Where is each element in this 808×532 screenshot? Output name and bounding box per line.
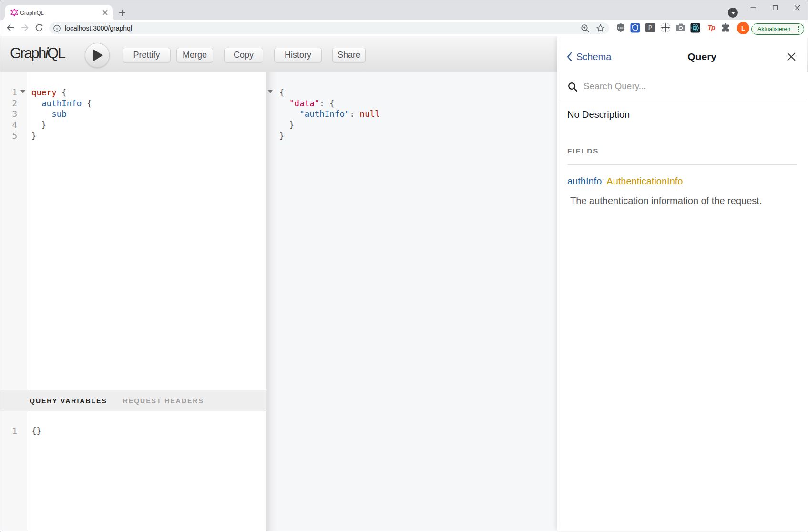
- chevron-down-icon: [731, 12, 735, 14]
- forward-icon[interactable]: [20, 22, 30, 33]
- field-description: The authentication information of the re…: [570, 195, 762, 206]
- toolbar-button-prettify[interactable]: Prettify: [123, 48, 171, 62]
- crosshair-extension-icon[interactable]: [660, 22, 671, 33]
- extensions-puzzle-icon[interactable]: [721, 22, 731, 33]
- browser-tab[interactable]: GraphiQL: [5, 5, 113, 20]
- variables-line-numbers: 1: [0, 426, 17, 437]
- variables-tab-request-headers[interactable]: REQUEST HEADERS: [123, 397, 204, 405]
- code-line: }: [31, 120, 92, 131]
- result-fold-arrow-icon[interactable]: [268, 90, 273, 93]
- update-button-label: Aktualisieren: [757, 26, 790, 32]
- browser-update-button[interactable]: Aktualisieren: [751, 23, 804, 35]
- line-number: 5: [0, 131, 17, 142]
- camera-extension-icon[interactable]: [675, 22, 686, 33]
- bookmark-star-icon[interactable]: [596, 24, 605, 33]
- toolbar-button-history[interactable]: History: [274, 48, 322, 62]
- browser-tab-strip: GraphiQL: [0, 0, 808, 20]
- play-icon: [93, 49, 103, 61]
- zoom-icon[interactable]: [581, 24, 590, 33]
- fields-divider: [567, 164, 797, 165]
- doc-search-input[interactable]: [583, 81, 741, 92]
- code-line: {}: [31, 426, 41, 437]
- doc-explorer-title: Query: [614, 51, 789, 62]
- code-line: query {: [31, 87, 92, 98]
- back-icon[interactable]: [5, 22, 16, 33]
- tab-close-icon[interactable]: [100, 8, 110, 17]
- field-name-link[interactable]: authInfo: [567, 176, 602, 186]
- query-line-numbers: 12345: [0, 87, 17, 141]
- code-line: "authInfo": null: [279, 109, 380, 120]
- doc-explorer-content: No Description FIELDS authInfo: Authenti…: [557, 100, 807, 531]
- type-description: No Description: [567, 109, 630, 120]
- url-text: localhost:3000/graphql: [65, 24, 132, 32]
- window-close-button[interactable]: [790, 4, 804, 11]
- doc-explorer-title-bar: Schema Query: [557, 36, 807, 72]
- toolbar-button-share[interactable]: Share: [332, 48, 366, 62]
- toolbar-button-copy[interactable]: Copy: [224, 48, 263, 62]
- info-icon[interactable]: [53, 25, 61, 32]
- field-row: authInfo: AuthenticationInfo: [567, 175, 683, 187]
- line-number: 1: [0, 87, 17, 98]
- variables-tab-query-variables[interactable]: QUERY VARIABLES: [30, 397, 107, 405]
- query-editor[interactable]: query { authInfo { sub }}: [31, 87, 92, 141]
- field-type-link[interactable]: AuthenticationInfo: [606, 176, 683, 186]
- code-line: authInfo {: [31, 98, 92, 109]
- avatar[interactable]: L: [737, 22, 749, 34]
- search-icon: [568, 82, 578, 92]
- window-maximize-button[interactable]: [768, 4, 782, 11]
- window-minimize-button[interactable]: [746, 4, 760, 11]
- tampermonkey-extension-icon[interactable]: Tp: [706, 22, 716, 33]
- graphiql-logo: GraphiQL: [10, 46, 64, 61]
- code-line: sub: [31, 109, 92, 120]
- browser-navbar: localhost:3000/graphql UO P Tp L Aktuali…: [0, 20, 808, 36]
- tab-title: GraphiQL: [20, 9, 44, 17]
- line-number: 3: [0, 109, 17, 120]
- photo-extension-icon[interactable]: P: [645, 22, 655, 33]
- react-devtools-extension-icon[interactable]: [690, 22, 700, 33]
- code-line: }: [279, 131, 380, 142]
- variables-editor[interactable]: {}: [31, 426, 41, 437]
- toolbar-buttons: PrettifyMergeCopyHistoryShare: [123, 48, 366, 62]
- doc-back-link[interactable]: Schema: [567, 51, 611, 62]
- chevron-left-icon: [567, 52, 572, 61]
- tab-search-button[interactable]: [728, 8, 738, 18]
- toolbar-button-merge[interactable]: Merge: [176, 48, 213, 62]
- graphql-favicon: [10, 9, 18, 16]
- line-number: 4: [0, 120, 17, 131]
- fold-arrow-icon[interactable]: [20, 90, 25, 93]
- doc-search-box: [557, 72, 807, 100]
- bitwarden-extension-icon[interactable]: [630, 22, 640, 33]
- address-bar[interactable]: localhost:3000/graphql: [49, 22, 609, 34]
- fields-heading: FIELDS: [567, 147, 599, 155]
- result-viewer: { "data": { "authInfo": null }}: [279, 87, 380, 141]
- line-number: 2: [0, 98, 17, 109]
- code-line: {: [279, 87, 380, 98]
- doc-explorer-panel: Schema Query No Description FIELDS authI…: [557, 36, 807, 531]
- doc-back-label: Schema: [576, 51, 611, 62]
- code-line: "data": {: [279, 98, 380, 109]
- reload-icon[interactable]: [34, 22, 44, 33]
- browser-menu-icon[interactable]: [798, 26, 799, 32]
- code-line: }: [31, 131, 92, 142]
- line-number: 1: [0, 426, 17, 437]
- code-line: }: [279, 120, 380, 131]
- new-tab-button[interactable]: [117, 8, 127, 17]
- ublock-extension-icon[interactable]: UO: [615, 22, 626, 33]
- variables-title-bar: QUERY VARIABLESREQUEST HEADERS: [0, 390, 266, 411]
